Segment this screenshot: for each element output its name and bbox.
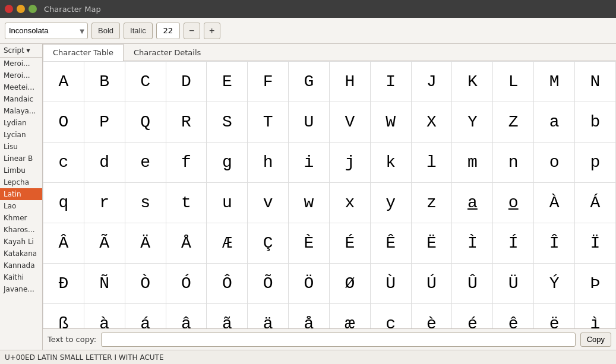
sidebar-item-5[interactable]: Lydian [0,117,42,129]
char-cell[interactable]: ì [574,304,615,329]
char-cell[interactable]: å [289,304,330,329]
char-cell[interactable]: Ý [534,264,575,304]
char-cell[interactable]: Ï [574,223,615,264]
char-cell[interactable]: a [452,183,493,223]
sidebar-item-10[interactable]: Lepcha [0,176,42,188]
char-cell[interactable]: i [289,143,330,183]
sidebar-item-19[interactable]: Javane... [0,283,42,295]
sidebar-item-7[interactable]: Lisu [0,141,42,153]
char-cell[interactable]: Ð [43,264,84,304]
char-cell[interactable]: À [534,183,575,223]
sidebar-item-14[interactable]: Kharos... [0,224,42,236]
char-cell[interactable]: T [248,102,289,143]
char-table-wrapper[interactable]: ABCDEFGHIJKLMNOPQRSTUVWXYZabcdefghijklmn… [43,61,616,328]
char-cell[interactable]: E [207,62,248,102]
char-cell[interactable]: Ó [166,264,207,304]
char-cell[interactable]: o [493,183,534,223]
char-cell[interactable]: B [84,62,125,102]
char-cell[interactable]: É [329,223,370,264]
char-cell[interactable]: Ë [411,223,452,264]
char-cell[interactable]: w [289,183,330,223]
char-cell[interactable]: D [166,62,207,102]
char-cell[interactable]: ë [534,304,575,329]
char-cell[interactable]: H [329,62,370,102]
char-cell[interactable]: c [43,143,84,183]
char-cell[interactable]: Ä [125,223,166,264]
char-cell[interactable]: Á [574,183,615,223]
sidebar-item-4[interactable]: Malaya... [0,105,42,117]
char-cell[interactable]: S [207,102,248,143]
sidebar-item-1[interactable]: Meroi... [0,69,42,81]
char-cell[interactable]: r [84,183,125,223]
char-cell[interactable]: N [574,62,615,102]
char-cell[interactable]: x [329,183,370,223]
char-cell[interactable]: n [493,143,534,183]
char-cell[interactable]: Ü [493,264,534,304]
char-cell[interactable]: Â [43,223,84,264]
font-select-input[interactable]: Inconsolata Ubuntu DejaVu Sans FreeMono [5,23,88,39]
increase-size-button[interactable]: + [204,23,220,39]
sidebar-item-16[interactable]: Katakana [0,248,42,259]
sidebar-header[interactable]: Script ▾ [0,44,42,58]
decrease-size-button[interactable]: − [184,23,200,39]
char-cell[interactable]: U [289,102,330,143]
char-cell[interactable]: z [411,183,452,223]
char-cell[interactable]: b [574,102,615,143]
char-cell[interactable]: È [289,223,330,264]
char-cell[interactable]: j [329,143,370,183]
char-cell[interactable]: æ [329,304,370,329]
italic-button[interactable]: Italic [124,23,153,39]
char-cell[interactable]: W [370,102,411,143]
char-cell[interactable]: Ê [370,223,411,264]
char-cell[interactable]: l [411,143,452,183]
copy-button[interactable]: Copy [580,333,611,347]
char-cell[interactable]: O [43,102,84,143]
char-cell[interactable]: q [43,183,84,223]
char-cell[interactable]: p [574,143,615,183]
maximize-button[interactable] [29,5,37,13]
char-cell[interactable]: L [493,62,534,102]
char-cell[interactable]: ã [207,304,248,329]
char-cell[interactable]: ß [43,304,84,329]
char-cell[interactable]: k [370,143,411,183]
char-cell[interactable]: ä [248,304,289,329]
char-cell[interactable]: Q [125,102,166,143]
char-cell[interactable]: u [207,183,248,223]
char-cell[interactable]: P [84,102,125,143]
char-cell[interactable]: K [452,62,493,102]
char-cell[interactable]: R [166,102,207,143]
sidebar-item-13[interactable]: Khmer [0,212,42,224]
char-cell[interactable]: X [411,102,452,143]
char-cell[interactable]: Z [493,102,534,143]
char-cell[interactable]: Í [493,223,534,264]
char-cell[interactable]: G [289,62,330,102]
char-cell[interactable]: s [125,183,166,223]
char-cell[interactable]: F [248,62,289,102]
char-cell[interactable]: Y [452,102,493,143]
sidebar-item-9[interactable]: Limbu [0,164,42,176]
char-cell[interactable]: e [125,143,166,183]
char-cell[interactable]: Ú [411,264,452,304]
char-cell[interactable]: y [370,183,411,223]
char-cell[interactable]: Ò [125,264,166,304]
char-cell[interactable]: Ì [452,223,493,264]
char-cell[interactable]: Û [452,264,493,304]
char-cell[interactable]: Õ [248,264,289,304]
char-cell[interactable]: J [411,62,452,102]
sidebar-item-11[interactable]: Latin [0,188,42,200]
char-cell[interactable]: ç [370,304,411,329]
char-cell[interactable]: â [166,304,207,329]
minimize-button[interactable] [17,5,25,13]
char-cell[interactable]: Ö [289,264,330,304]
char-cell[interactable]: Ñ [84,264,125,304]
char-cell[interactable]: m [452,143,493,183]
sidebar-item-17[interactable]: Kannada [0,259,42,271]
sidebar-item-15[interactable]: Kayah Li [0,236,42,248]
tab-character-table[interactable]: Character Table [43,44,124,61]
char-cell[interactable]: v [248,183,289,223]
char-cell[interactable]: Þ [574,264,615,304]
char-cell[interactable]: Ç [248,223,289,264]
char-cell[interactable]: f [166,143,207,183]
char-cell[interactable]: Ø [329,264,370,304]
char-cell[interactable]: Å [166,223,207,264]
